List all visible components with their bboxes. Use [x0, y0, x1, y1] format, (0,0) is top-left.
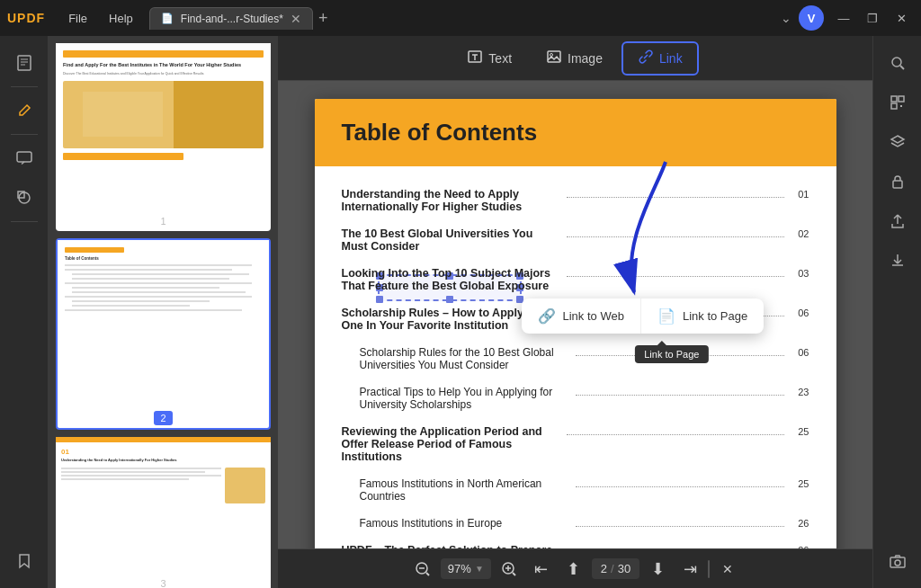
total-pages: 30 [618, 562, 630, 575]
last-page-button[interactable]: ⇥ [675, 555, 704, 584]
page-number-3: 3 [56, 572, 271, 588]
right-sidebar [872, 36, 921, 588]
zoom-level: 97% [448, 562, 471, 575]
top-toolbar: Text Image Link [278, 36, 872, 81]
link-to-page-button[interactable]: 📄 Link to Page Link to Page [641, 298, 764, 334]
page-number-2: 2 [58, 406, 269, 428]
next-page-button[interactable]: ⬇ [643, 555, 672, 584]
svg-rect-23 [900, 105, 902, 107]
sidebar-icon-pages[interactable] [6, 45, 42, 81]
camera-icon[interactable] [880, 543, 916, 579]
toc-item-9: Famous Institutions in Europe 26 [342, 510, 809, 537]
close-toolbar-button[interactable]: ✕ [713, 555, 742, 584]
page-display[interactable]: 2 / 30 [592, 558, 639, 579]
page-separator: / [611, 562, 614, 575]
sidebar-divider-2 [11, 134, 38, 135]
menu-file[interactable]: File [59, 8, 96, 29]
zoom-dropdown-icon: ▼ [475, 564, 484, 574]
link-to-web-label: Link to Web [563, 309, 624, 323]
link-icon [638, 49, 654, 68]
sidebar-icon-edit[interactable] [6, 93, 42, 129]
link-type-popup: 🔗 Link to Web 📄 Link to Page Link to Pag… [522, 298, 765, 334]
maximize-button[interactable]: ❐ [860, 5, 885, 31]
divider-line [708, 560, 710, 578]
toc-item-8: Famous Institutions in North American Co… [342, 470, 809, 510]
toc-item-3: Looking Into the Top 10 Subject Majors T… [342, 260, 809, 299]
zoom-display[interactable]: 97% ▼ [441, 558, 491, 579]
page-number-1: 1 [56, 209, 271, 231]
toc-item-1: Understanding the Need to Apply Internat… [342, 181, 809, 220]
sidebar-icon-comment[interactable] [6, 140, 42, 176]
toc-item-6: Practical Tips to Help You in Applying f… [342, 379, 809, 418]
tab-dropdown-button[interactable]: ⌄ [781, 11, 791, 25]
first-page-button[interactable]: ⇤ [527, 555, 556, 584]
svg-rect-0 [18, 56, 31, 70]
svg-rect-8 [548, 51, 560, 62]
sidebar-icon-shapes[interactable] [6, 180, 42, 216]
link-web-icon: 🔗 [538, 307, 556, 325]
left-sidebar [0, 36, 49, 588]
document-page: Table of Contents [315, 99, 836, 548]
sidebar-divider-1 [11, 86, 38, 87]
text-tool-button[interactable]: Text [452, 42, 527, 75]
thumbnail-page-3[interactable]: 01 Understanding the Need to Apply Inter… [56, 437, 271, 588]
tab-close-button[interactable]: ✕ [291, 13, 301, 25]
prev-page-button[interactable]: ⬆ [559, 555, 588, 584]
link-to-page-label: Link to Page [683, 309, 747, 323]
thumbnail-page-2[interactable]: Table of Contents 2 [56, 238, 271, 430]
close-button[interactable]: ✕ [889, 5, 914, 31]
link-page-icon: 📄 [657, 307, 675, 325]
link-label: Link [659, 51, 683, 66]
share-icon[interactable] [880, 203, 916, 239]
svg-line-13 [426, 573, 429, 575]
layers-icon[interactable] [880, 124, 916, 160]
download-icon[interactable] [880, 243, 916, 279]
text-icon [467, 49, 483, 68]
image-label: Image [568, 51, 603, 66]
toc-item-2: The 10 Best Global Universities You Must… [342, 220, 809, 260]
text-label: Text [488, 51, 512, 66]
svg-point-26 [895, 560, 900, 566]
svg-point-18 [892, 58, 901, 67]
svg-line-19 [900, 66, 904, 69]
sidebar-icon-bookmark[interactable] [6, 543, 42, 579]
svg-rect-24 [893, 181, 902, 188]
image-icon [546, 49, 562, 68]
content-area: Text Image Link Table of Contents [278, 36, 872, 588]
thumbnail-page-1[interactable]: Find and Apply For the Best Institutes i… [56, 43, 271, 231]
zoom-out-button[interactable] [408, 555, 437, 584]
ocr-icon[interactable] [880, 85, 916, 120]
avatar[interactable]: V [799, 5, 824, 31]
tab-area: 📄 Find-and-...r-Studies* ✕ + ⌄ [149, 7, 791, 30]
search-icon-right[interactable] [880, 45, 916, 81]
image-tool-button[interactable]: Image [531, 42, 618, 75]
svg-rect-22 [891, 103, 897, 109]
window-controls: — ❐ ✕ [831, 5, 914, 31]
link-to-web-button[interactable]: 🔗 Link to Web [522, 298, 641, 334]
toc-item-7: Reviewing the Application Period and Off… [342, 418, 809, 470]
thumbnail-panel: Find and Apply For the Best Institutes i… [49, 36, 278, 588]
menu-help[interactable]: Help [100, 8, 142, 29]
main-layout: Find and Apply For the Best Institutes i… [0, 36, 921, 588]
svg-rect-21 [899, 96, 904, 102]
tab-title: Find-and-...r-Studies* [181, 13, 283, 25]
toc-item-5: Scholarship Rules for the 10 Best Global… [342, 339, 809, 379]
title-bar: UPDF File Help 📄 Find-and-...r-Studies* … [0, 0, 921, 36]
svg-line-17 [513, 573, 515, 575]
minimize-button[interactable]: — [831, 5, 856, 31]
link-tool-button[interactable]: Link [621, 41, 699, 76]
bottom-toolbar: 97% ▼ ⇤ ⬆ 2 / 30 ⬇ ⇥ ✕ [278, 548, 872, 588]
svg-rect-20 [891, 96, 897, 102]
menu-bar: File Help [59, 8, 142, 29]
link-to-page-tooltip: Link to Page [635, 345, 708, 363]
lock-icon[interactable] [880, 164, 916, 200]
toc-item-10: UPDF – The Perfect Solution to Prepare S… [342, 537, 809, 548]
toc-header: Table of Contents [315, 99, 836, 166]
new-tab-button[interactable]: + [318, 9, 328, 28]
document-canvas[interactable]: Table of Contents [278, 81, 872, 548]
zoom-in-button[interactable] [495, 555, 523, 584]
app-logo: UPDF [7, 11, 45, 25]
tab-document[interactable]: 📄 Find-and-...r-Studies* ✕ [149, 7, 313, 30]
toc-content: Understanding the Need to Apply Internat… [315, 166, 836, 548]
current-page: 2 [601, 562, 607, 575]
